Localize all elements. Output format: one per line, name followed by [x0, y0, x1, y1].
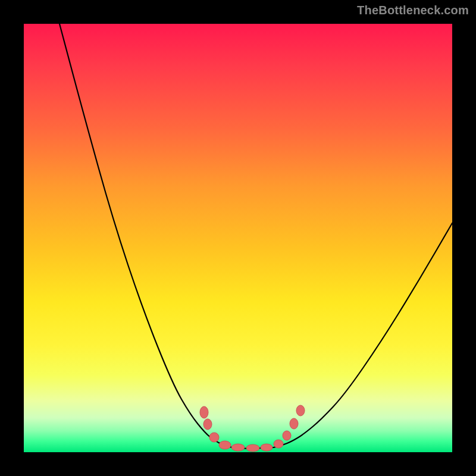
chart-svg — [24, 24, 452, 452]
data-marker — [219, 441, 231, 449]
data-marker — [209, 433, 219, 442]
data-marker — [283, 431, 291, 440]
data-marker — [203, 419, 212, 430]
data-marker — [231, 444, 245, 451]
data-marker — [296, 405, 305, 416]
data-marker — [261, 444, 273, 451]
data-marker — [246, 444, 259, 452]
curve-group — [60, 24, 452, 449]
data-marker — [274, 440, 283, 448]
data-marker — [290, 418, 298, 429]
plot-area — [24, 24, 452, 452]
data-marker — [200, 406, 208, 418]
curve-left — [60, 24, 232, 447]
chart-frame: TheBottleneck.com — [0, 0, 476, 476]
watermark-text: TheBottleneck.com — [357, 4, 469, 17]
marker-group — [200, 405, 305, 452]
